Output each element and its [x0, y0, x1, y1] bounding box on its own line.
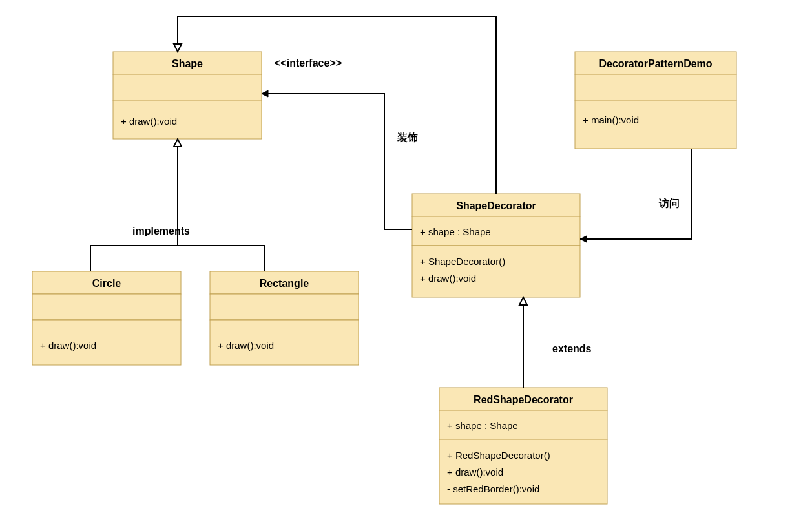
demo-name: DecoratorPatternDemo — [599, 58, 712, 69]
decorator-name: ShapeDecorator — [456, 200, 536, 211]
rectangle-name: Rectangle — [260, 278, 309, 289]
conn-decorator-to-shape-side — [262, 94, 412, 229]
red-name: RedShapeDecorator — [474, 394, 573, 405]
shape-stereotype: <<interface>> — [275, 58, 342, 68]
conn-implements-branch — [90, 246, 265, 271]
svg-rect-7 — [32, 294, 181, 320]
svg-rect-1 — [113, 74, 262, 100]
label-access: 访问 — [658, 197, 680, 209]
svg-rect-14 — [412, 246, 580, 297]
class-decorator: ShapeDecorator + shape : Shape + ShapeDe… — [412, 194, 580, 297]
label-implements: implements — [132, 226, 190, 236]
class-circle: Circle + draw():void — [32, 271, 181, 365]
conn-demo-to-decorator — [580, 149, 691, 239]
red-m1: + RedShapeDecorator() — [447, 450, 550, 461]
label-extends: extends — [552, 343, 592, 354]
circle-name: Circle — [92, 278, 121, 289]
circle-method: + draw():void — [40, 340, 96, 351]
svg-rect-10 — [210, 294, 359, 320]
demo-method: + main():void — [583, 114, 639, 125]
svg-rect-4 — [575, 74, 736, 100]
class-red: RedShapeDecorator + shape : Shape + RedS… — [439, 388, 607, 504]
decorator-attr: + shape : Shape — [420, 226, 491, 237]
red-m3: - setRedBorder():void — [447, 483, 539, 494]
shape-name: Shape — [172, 58, 203, 69]
class-rectangle: Rectangle + draw():void — [210, 271, 359, 365]
shape-method: + draw():void — [121, 116, 177, 127]
decorator-m2: + draw():void — [420, 273, 476, 284]
decorator-m1: + ShapeDecorator() — [420, 256, 505, 267]
rectangle-method: + draw():void — [218, 340, 274, 351]
class-shape: Shape + draw():void — [113, 52, 262, 139]
label-decorates: 装饰 — [397, 132, 418, 143]
red-attr: + shape : Shape — [447, 420, 518, 431]
red-m2: + draw():void — [447, 467, 503, 478]
class-demo: DecoratorPatternDemo + main():void — [575, 52, 736, 149]
